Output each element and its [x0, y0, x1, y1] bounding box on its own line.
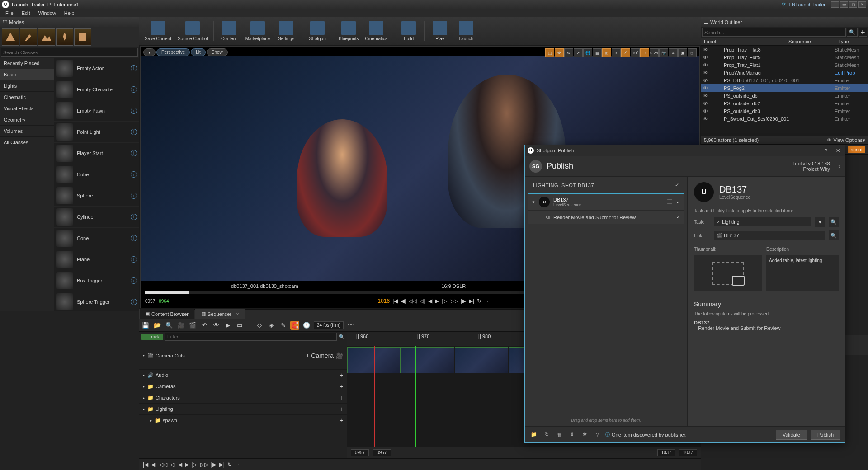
- cat-cinematic[interactable]: Cinematic: [0, 92, 54, 103]
- actor-item[interactable]: Conei: [54, 228, 139, 249]
- seq-step-back-icon[interactable]: ◁◁: [159, 461, 167, 468]
- key-all-icon[interactable]: ◇: [255, 321, 264, 330]
- visibility-icon[interactable]: 👁: [703, 70, 710, 75]
- info-icon[interactable]: i: [131, 256, 137, 263]
- viewport-menu-button[interactable]: ▾: [143, 48, 156, 56]
- perspective-button[interactable]: Perspective: [156, 48, 190, 56]
- delete-icon[interactable]: 🗑: [555, 430, 564, 439]
- close-button[interactable]: ✕: [858, 1, 866, 8]
- play-reverse-icon[interactable]: ◀: [428, 298, 432, 304]
- expand-icon[interactable]: ▸: [150, 418, 152, 423]
- add-track-button[interactable]: + Track: [141, 334, 163, 340]
- add-key-button[interactable]: +: [340, 405, 343, 413]
- time-icon[interactable]: 🕐: [302, 321, 311, 330]
- context-check-icon[interactable]: ✓: [675, 182, 679, 188]
- seq-goto-end-icon[interactable]: ▶|: [219, 461, 225, 468]
- track-row[interactable]: ▸📁 Lighting+: [139, 404, 347, 415]
- expand-icon[interactable]: ▸: [143, 407, 145, 411]
- actor-item[interactable]: Planei: [54, 249, 139, 270]
- outliner-row[interactable]: 👁PS_DB db0137_001, db0270_001Emitter: [701, 76, 868, 84]
- rotate-mode-icon[interactable]: ↻: [564, 48, 573, 57]
- toolbar-content-button[interactable]: Content: [217, 19, 242, 44]
- goto-start-icon[interactable]: |◀: [392, 298, 398, 304]
- actor-item[interactable]: Point Lighti: [54, 122, 139, 143]
- toolbar-settings-button[interactable]: Settings: [274, 19, 299, 44]
- prev-frame-icon[interactable]: ◁|: [420, 298, 425, 304]
- description-field[interactable]: Added table, latest lighting: [766, 255, 839, 291]
- header-chevron-icon[interactable]: ›: [838, 162, 840, 170]
- view-seq-icon[interactable]: 👁: [212, 321, 221, 330]
- expand-icon[interactable]: ▸: [143, 353, 145, 357]
- menu-file[interactable]: File: [2, 9, 17, 17]
- camera-speed-icon[interactable]: 📷: [659, 48, 668, 57]
- info-icon[interactable]: i: [131, 65, 137, 71]
- menu-window[interactable]: Window: [35, 9, 60, 17]
- link-search-icon[interactable]: 🔍: [829, 230, 839, 240]
- outliner-row[interactable]: 👁Prop_Tray_Flat8StaticMesh: [701, 46, 868, 53]
- item-menu-icon[interactable]: ☰: [667, 198, 673, 206]
- toolbar-shotgun-button[interactable]: Shotgun: [305, 19, 330, 44]
- view-options-button[interactable]: 👁 View Options▾: [827, 137, 865, 143]
- visibility-icon[interactable]: 👁: [703, 62, 710, 68]
- clapboard-icon[interactable]: 🎬: [188, 321, 197, 330]
- cat-all[interactable]: All Classes: [0, 137, 54, 148]
- track-row[interactable]: ▸📁 Characters+: [139, 392, 347, 404]
- grid-snap-icon[interactable]: ⊞: [602, 48, 611, 57]
- sub-check-icon[interactable]: ✓: [676, 214, 680, 220]
- mode-landscape-icon[interactable]: [38, 28, 55, 46]
- visibility-icon[interactable]: 👁: [703, 93, 710, 99]
- add-key-button[interactable]: +: [340, 394, 343, 401]
- visibility-icon[interactable]: 👁: [703, 116, 710, 122]
- actions-icon[interactable]: ▭: [235, 321, 244, 330]
- search-classes[interactable]: [1, 48, 138, 57]
- track-row[interactable]: ▸🎬 Camera Cuts+ Camera 🎥: [139, 342, 347, 370]
- info-icon[interactable]: i: [131, 171, 137, 178]
- help-footer-icon[interactable]: ?: [593, 430, 602, 439]
- angle-snap-icon[interactable]: ∠: [621, 48, 630, 57]
- browse-icon[interactable]: 📁: [529, 430, 538, 439]
- range-start-marker[interactable]: [374, 346, 375, 449]
- menu-help[interactable]: Help: [61, 9, 78, 17]
- info-icon[interactable]: i: [131, 299, 137, 305]
- outliner-row[interactable]: 👁PS_outside_db2Emitter: [701, 99, 868, 107]
- autokey-icon[interactable]: ◈: [267, 321, 276, 330]
- validate-button[interactable]: Validate: [776, 430, 807, 440]
- info-icon[interactable]: i: [131, 214, 137, 220]
- scale-snap-icon[interactable]: ↔: [640, 48, 649, 57]
- outliner-row[interactable]: 👁Prop_Tray_Flat9StaticMesh: [701, 53, 868, 61]
- add-key-button[interactable]: +: [340, 371, 343, 379]
- grid-snap-value[interactable]: 10: [612, 48, 621, 57]
- surface-snap-icon[interactable]: ▦: [593, 48, 602, 57]
- toolbar-market-button[interactable]: Marketplace: [243, 19, 273, 44]
- next-key-icon[interactable]: |▶: [461, 298, 466, 304]
- seq-play-rev-icon[interactable]: ◀: [178, 461, 182, 468]
- info-icon[interactable]: i: [131, 150, 137, 156]
- restore-button[interactable]: ▭: [840, 1, 848, 8]
- tab-content-browser[interactable]: ▣ Content Browser: [139, 309, 194, 319]
- cat-volumes[interactable]: Volumes: [0, 126, 54, 137]
- add-camera-button[interactable]: + Camera 🎥: [306, 352, 343, 359]
- track-row[interactable]: ▸📁 spawn+: [139, 415, 347, 426]
- step-back-icon[interactable]: ◁◁: [409, 298, 417, 304]
- toolbar-build-button[interactable]: Build: [396, 19, 421, 44]
- publish-button[interactable]: Publish: [811, 430, 840, 440]
- angle-snap-value[interactable]: 10°: [631, 48, 640, 57]
- track-row[interactable]: ▸📁 Cameras+: [139, 381, 347, 392]
- col-label[interactable]: Label: [704, 39, 788, 44]
- visibility-icon[interactable]: 👁: [703, 85, 710, 91]
- expand-all-icon[interactable]: ⇕: [567, 430, 576, 439]
- task-field[interactable]: ✓ Lighting: [714, 217, 811, 226]
- prev-key-icon[interactable]: ◀|: [401, 298, 406, 304]
- seq-next-frame-icon[interactable]: |▷: [192, 461, 197, 468]
- task-search-icon[interactable]: 🔍: [829, 217, 839, 227]
- playhead[interactable]: [415, 346, 416, 449]
- camera-clip[interactable]: [455, 347, 508, 373]
- cat-lights[interactable]: Lights: [0, 80, 54, 92]
- scale-snap-value[interactable]: 0.25: [650, 48, 659, 57]
- actor-item[interactable]: Box Triggeri: [54, 270, 139, 291]
- col-sequence[interactable]: Sequence: [788, 39, 838, 44]
- outliner-search-icon[interactable]: 🔍: [847, 28, 858, 37]
- actor-item[interactable]: Cylinderi: [54, 207, 139, 228]
- fps-selector[interactable]: 24 fps (film): [314, 321, 344, 329]
- actor-item[interactable]: Empty Actori: [54, 58, 139, 79]
